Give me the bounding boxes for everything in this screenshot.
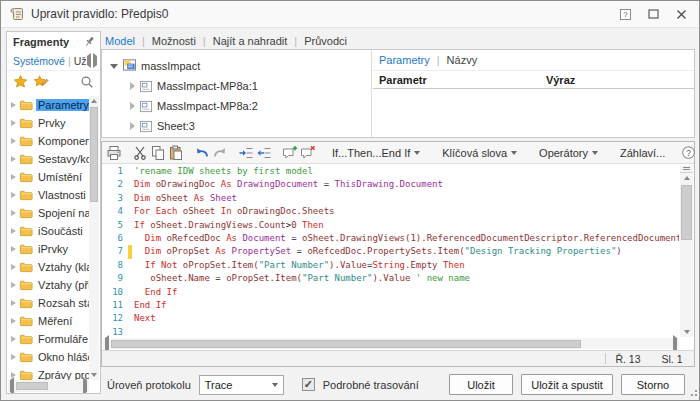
tab-moznosti[interactable]: Možnosti — [152, 35, 196, 47]
sidebar-horizontal-scrollbar[interactable] — [8, 380, 89, 392]
help-icon[interactable]: ? — [681, 143, 696, 162]
code-line[interactable]: 3Dim oSheet As Sheet — [102, 192, 679, 205]
chevron-right-icon[interactable] — [11, 228, 16, 234]
chevron-right-icon[interactable] — [11, 120, 16, 126]
tab-pruvodci[interactable]: Průvodci — [304, 35, 347, 47]
chevron-right-icon[interactable] — [11, 192, 16, 198]
comment-remove-icon[interactable] — [300, 143, 316, 162]
params-tab-parametry[interactable]: Parametry — [379, 54, 430, 66]
sidebar-item-spojeni-na[interactable]: Spojení na — [8, 204, 89, 222]
sidebar-item-parametry[interactable]: Parametry — [8, 96, 89, 114]
verbose-trace-checkbox[interactable]: ✓ — [302, 378, 315, 391]
save-button[interactable]: Uložit — [449, 374, 513, 395]
chevron-right-icon[interactable] — [11, 354, 16, 360]
sidebar-item-vztahy-prir[interactable]: Vztahy (přiř — [8, 276, 89, 294]
split-grip-icon[interactable] — [680, 165, 693, 173]
code-line[interactable]: 13 — [102, 326, 679, 337]
code-area[interactable]: 1'rename IDW sheets by first model2Dim o… — [102, 165, 679, 337]
undo-icon[interactable] — [194, 143, 210, 162]
sidebar-item-mereni[interactable]: Měření — [8, 312, 89, 330]
code-line[interactable]: 2Dim oDrawingDoc As DrawingDocument = Th… — [102, 178, 679, 191]
paste-icon[interactable] — [168, 143, 184, 162]
log-level-select[interactable]: Trace — [199, 375, 284, 395]
code-line[interactable]: 7 Dim oPropSet As PropertySet = oRefcedD… — [102, 245, 679, 258]
chevron-right-icon[interactable] — [11, 156, 16, 162]
code-line[interactable]: 4For Each oSheet In oDrawingDoc.Sheets — [102, 205, 679, 218]
line-number: 11 — [102, 299, 128, 312]
code-line[interactable]: 6 Dim oRefcedDoc As Document = oSheet.Dr… — [102, 232, 679, 245]
sidebar-item-iprvky[interactable]: iPrvky — [8, 240, 89, 258]
outdent-icon[interactable] — [256, 143, 272, 162]
header-button[interactable]: Záhlaví... — [614, 143, 671, 162]
code-line[interactable]: 9 oSheet.Name = oPropSet.Item("Part Numb… — [102, 272, 679, 285]
maximize-button[interactable] — [639, 5, 667, 24]
chevron-right-icon[interactable] — [130, 82, 135, 90]
edit-favorites-star-icon[interactable] — [33, 74, 49, 91]
model-node-label: MassImpact-MP8a:1 — [157, 80, 258, 92]
tab-najit-a-nahradit[interactable]: Najít a nahradit — [213, 35, 288, 47]
tab-model[interactable]: Model — [105, 35, 135, 47]
sidebar-item-isoucasti[interactable]: iSoučásti — [8, 222, 89, 240]
chevron-right-icon[interactable] — [11, 246, 16, 252]
sidebar-item-zpravy-pro[interactable]: Zprávy pro — [8, 366, 89, 380]
editor-vertical-scrollbar[interactable] — [680, 165, 693, 337]
print-icon[interactable] — [106, 143, 122, 162]
chevron-right-icon[interactable] — [11, 300, 16, 306]
resize-grip[interactable] — [689, 390, 697, 398]
cut-icon[interactable] — [132, 143, 148, 162]
keywords-dropdown[interactable]: Klíčová slova — [436, 143, 523, 162]
indent-icon[interactable] — [238, 143, 254, 162]
chevron-right-icon[interactable] — [11, 264, 16, 270]
sidebar-item-okno-hlase[interactable]: Okno hláše — [8, 348, 89, 366]
editor-horizontal-scrollbar[interactable] — [103, 338, 679, 349]
sidebar-vertical-scrollbar[interactable] — [89, 96, 99, 380]
operators-dropdown[interactable]: Operátory — [533, 143, 604, 162]
code-line[interactable]: 8 If Not oPropSet.Item("Part Number").Va… — [102, 259, 679, 272]
chevron-right-icon[interactable] — [11, 210, 16, 216]
copy-icon[interactable] — [150, 143, 166, 162]
folder-icon — [19, 279, 33, 291]
chevron-right-icon[interactable] — [11, 102, 16, 108]
sidebar-item-vlastnosti[interactable]: Vlastnosti — [8, 186, 89, 204]
sidebar-item-prvky[interactable]: Prvky — [8, 114, 89, 132]
model-tree-node-massimpact-mp8a-1[interactable]: MassImpact-MP8a:1 — [110, 76, 371, 96]
sidebar-item-umisteni[interactable]: Umístění — [8, 168, 89, 186]
chevron-right-icon[interactable] — [130, 102, 135, 110]
sidebar-item-formulare[interactable]: Formuláře — [8, 330, 89, 348]
chevron-down-icon[interactable] — [110, 64, 118, 69]
chevron-right-icon[interactable] — [130, 122, 135, 130]
params-tab-nazvy[interactable]: Názvy — [447, 54, 478, 66]
model-root-label[interactable]: massImpact — [141, 60, 200, 72]
code-line[interactable]: 12Next — [102, 312, 679, 325]
tab-scroll-right-icon[interactable] — [92, 57, 98, 65]
cancel-button[interactable]: Storno — [621, 374, 685, 395]
save-and-run-button[interactable]: Uložit a spustit — [521, 374, 613, 395]
sidebar-item-sestavy-ko[interactable]: Sestavy/ko — [8, 150, 89, 168]
sidebar-tab-uz[interactable]: Už — [74, 55, 86, 67]
model-tree-node-sheet-3[interactable]: Sheet:3 — [110, 116, 371, 136]
sidebar-tab-systemove[interactable]: Systémové — [13, 55, 65, 67]
pin-icon[interactable] — [83, 35, 96, 50]
help-button[interactable]: ? — [611, 5, 639, 24]
chevron-right-icon[interactable] — [11, 336, 16, 342]
code-line[interactable]: 5If oSheet.DrawingViews.Count>0 Then — [102, 219, 679, 232]
search-icon[interactable] — [80, 75, 94, 91]
chevron-right-icon[interactable] — [11, 318, 16, 324]
chevron-right-icon[interactable] — [11, 138, 16, 144]
chevron-right-icon[interactable] — [11, 282, 16, 288]
close-button[interactable] — [667, 5, 695, 24]
model-tree-root[interactable]: massImpact — [110, 56, 371, 76]
sidebar-item-vztahy-kla[interactable]: Vztahy (kla — [8, 258, 89, 276]
sidebar-item-rozsah-stav[interactable]: Rozsah stav — [8, 294, 89, 312]
redo-icon[interactable] — [212, 143, 228, 162]
code-line[interactable]: 10 End If — [102, 286, 679, 299]
comment-add-icon[interactable] — [282, 143, 298, 162]
model-tree-node-massimpact-mp8a-2[interactable]: MassImpact-MP8a:2 — [110, 96, 371, 116]
code-line[interactable]: 1'rename IDW sheets by first model — [102, 165, 679, 178]
favorites-star-icon[interactable] — [13, 74, 28, 91]
if-then-snippet-dropdown[interactable]: If...Then...End If — [326, 143, 426, 162]
parameters-table-body[interactable] — [373, 89, 694, 137]
sidebar-item-komponenty[interactable]: Komponenty — [8, 132, 89, 150]
chevron-right-icon[interactable] — [11, 174, 16, 180]
code-line[interactable]: 11End If — [102, 299, 679, 312]
